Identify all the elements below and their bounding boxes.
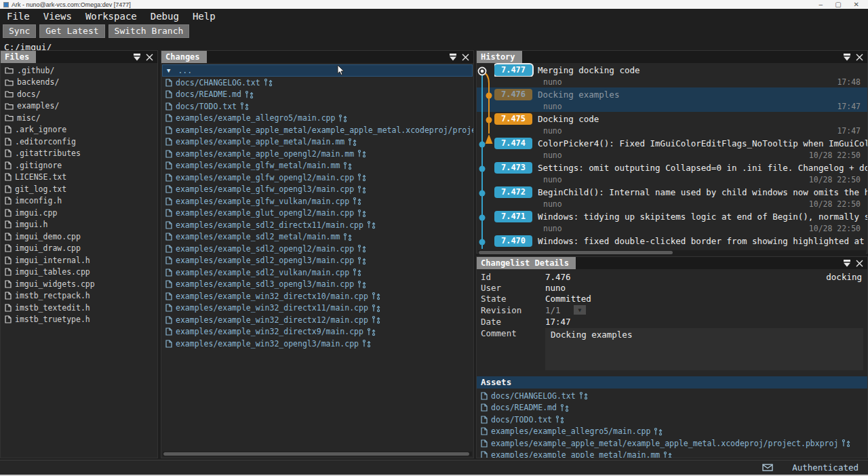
file-name: imgui_tables.cpp [15,267,90,277]
revision-dropdown[interactable]: ▼ [574,305,586,315]
menu-item[interactable]: Help [191,11,217,22]
changes-root-row[interactable]: ▼ ... [162,64,473,77]
commit-row[interactable]: 7.474 ColorPicker4(): Fixed ImGuiColorEd… [477,136,867,161]
close-panel-icon[interactable] [856,260,863,267]
toolbar-button[interactable]: Get Latest [39,24,104,38]
file-tree-item[interactable]: misc/ [1,112,157,124]
details-tab[interactable]: Changelist Details [477,257,576,269]
file-tree-item[interactable]: .editorconfig [1,136,157,148]
history-tab[interactable]: History [477,51,522,63]
filter-icon[interactable] [133,54,141,61]
close-button[interactable]: ✕ [854,1,859,8]
file-tree-item[interactable]: imstb_truetype.h [1,314,157,326]
file-tree-item[interactable]: LICENSE.txt [1,172,157,184]
changes-tab[interactable]: Changes [161,51,207,63]
commit-time: 17:47 [837,102,861,111]
file-tree-item[interactable]: imgui_demo.cpp [1,231,157,243]
commit-row[interactable]: 7.471 Windows: tidying up skipitems logi… [477,210,867,234]
menu-item[interactable]: File [5,11,31,22]
change-item[interactable]: examples/example_win32_opengl3/main.cpp [161,338,473,350]
commit-comment: Merging docking code [538,65,640,75]
change-item[interactable]: examples/example_apple_metal/example_app… [161,124,473,136]
file-tree-item[interactable]: imgui_internal.h [1,254,157,266]
close-panel-icon[interactable] [146,54,153,61]
change-item[interactable]: examples/example_sdl2_metal/main.mm [161,231,473,243]
file-icon [165,269,172,277]
file-tree-item[interactable]: .ark_ignore [1,124,157,136]
asset-item[interactable]: docs/CHANGELOG.txt [477,390,867,402]
file-name: .editorconfig [15,137,76,146]
toolbar-button[interactable]: Sync [3,24,36,38]
close-panel-icon[interactable] [462,54,469,61]
files-tab[interactable]: Files [1,51,36,63]
file-tree-item[interactable]: imgui.h [1,219,157,231]
menu-item[interactable]: Views [42,11,73,22]
file-tree-item[interactable]: examples/ [1,100,157,113]
change-item[interactable]: examples/example_sdl2_opengl3/main.cpp [161,255,473,267]
change-item[interactable]: examples/example_sdl3_opengl3/main.cpp [161,279,473,291]
history-horizontal-scrollbar[interactable] [478,250,866,255]
change-item[interactable]: examples/example_glfw_metal/main.mm [161,160,473,172]
asset-item[interactable]: docs/TODO.txt [477,414,867,426]
commit-row[interactable]: 7.472 BeginChild(): Internal name used b… [477,185,867,210]
filter-icon[interactable] [449,54,457,61]
filter-icon[interactable] [843,54,851,61]
change-item[interactable]: examples/example_glut_opengl2/main.cpp [161,207,473,220]
file-tree-item[interactable]: backends/ [1,77,157,89]
change-item[interactable]: examples/example_glfw_opengl3/main.cpp [161,184,473,196]
file-tree-item[interactable]: imgui_tables.cpp [1,266,157,279]
file-tree-item[interactable]: imgui_draw.cpp [1,243,157,255]
menu-item[interactable]: Workspace [84,11,138,22]
commit-row[interactable]: 7.470 Windows: fixed double-clicked bord… [477,234,867,249]
file-tree-item[interactable]: git_log.txt [1,183,157,195]
file-icon [165,126,172,134]
file-tree-item[interactable]: imstb_textedit.h [1,302,157,314]
asset-item[interactable]: examples/example_apple_metal/example_app… [477,437,867,450]
changes-horizontal-scrollbar[interactable] [163,452,472,456]
change-item[interactable]: examples/example_win32_directx10/main.cp… [161,290,473,302]
change-item[interactable]: examples/example_allegro5/main.cpp [161,113,473,125]
mail-icon[interactable] [762,464,773,471]
file-tree-item[interactable]: imstb_rectpack.h [1,290,157,302]
asset-item[interactable]: examples/example_apple_metal/main.mm [477,450,867,458]
file-tree-item[interactable]: imgui_widgets.cpp [1,278,157,290]
asset-item[interactable]: examples/example_allegro5/main.cpp [477,426,867,438]
menu-item[interactable]: Debug [149,11,180,22]
change-item[interactable]: docs/README.md [161,89,473,101]
toolbar-button[interactable]: Switch Branch [108,24,190,38]
maximize-button[interactable]: ▢ [835,1,841,8]
comment-box[interactable]: Docking examples [545,328,863,370]
file-tree-item[interactable]: docs/ [1,88,157,100]
change-item[interactable]: docs/CHANGELOG.txt [161,77,473,89]
file-tree-item[interactable]: .gitignore [1,159,157,172]
change-item[interactable]: examples/example_glfw_vulkan/main.cpp [161,195,473,207]
asset-item[interactable]: docs/README.md [477,402,867,414]
commit-row[interactable]: 7.476 Docking examples nuno 17:47 [477,87,867,112]
change-item[interactable]: examples/example_win32_directx11/main.cp… [161,302,473,315]
change-item[interactable]: examples/example_sdl2_vulkan/main.cpp [161,266,473,279]
change-item[interactable]: docs/TODO.txt [161,100,473,113]
file-tree-item[interactable]: .gitattributes [1,148,157,160]
commit-row[interactable]: 7.475 Docking code nuno 17:47 [477,112,867,136]
file-icon [165,150,172,158]
revision-value: 1/1 [545,305,574,315]
change-item[interactable]: examples/example_win32_directx9/main.cpp [161,326,473,338]
filter-icon[interactable] [843,260,851,267]
change-item[interactable]: examples/example_apple_opengl2/main.mm [161,148,473,160]
branch-change-icon [357,209,366,218]
file-icon [481,427,488,435]
change-item[interactable]: examples/example_glfw_opengl2/main.cpp [161,172,473,184]
close-panel-icon[interactable] [856,54,863,61]
file-tree-item[interactable]: imconfig.h [1,195,157,207]
minimize-button[interactable]: – [819,1,823,8]
commit-time: 10/28 22:50 [809,151,861,160]
commit-row[interactable]: 7.477 Merging docking code nuno 17:48 [477,63,867,87]
change-path: examples/example_glfw_opengl3/main.cpp [176,184,354,194]
file-tree-item[interactable]: imgui.cpp [1,207,157,219]
file-tree-item[interactable]: .github/ [1,64,157,77]
change-item[interactable]: examples/example_sdl2_opengl2/main.cpp [161,243,473,255]
change-item[interactable]: examples/example_win32_directx12/main.cp… [161,314,473,326]
change-item[interactable]: examples/example_apple_metal/main.mm [161,136,473,148]
commit-row[interactable]: 7.473 Settings: omit outputing Collapsed… [477,161,867,185]
change-item[interactable]: examples/example_sdl2_directx11/main.cpp [161,219,473,231]
